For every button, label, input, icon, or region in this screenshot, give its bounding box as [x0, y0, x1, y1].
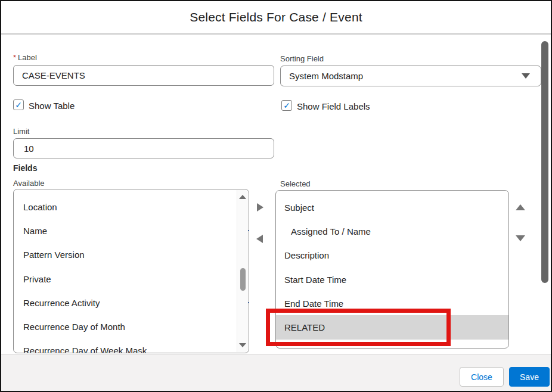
selected-item-assigned-to-name[interactable]: Assigned To / Name [276, 219, 508, 243]
available-list-label: Available [13, 179, 45, 188]
selected-item-description[interactable]: Description [276, 244, 508, 267]
scroll-up-icon[interactable] [239, 195, 246, 199]
show-field-labels-label: Show Field Labels [297, 101, 370, 111]
modal-footer: Close Save [1, 354, 551, 392]
required-asterisk: * [13, 53, 16, 62]
limit-input[interactable]: 10 [13, 138, 274, 158]
show-field-labels-checkbox[interactable]: ✓ [281, 100, 292, 111]
available-item-recurrence-day-of-week-mask[interactable]: Recurrence Day of Week Mask [14, 339, 237, 353]
show-table-label: Show Table [29, 101, 75, 111]
move-up-button[interactable] [516, 204, 525, 210]
label-input-value: CASE-EVENTS [22, 70, 85, 80]
available-item-name[interactable]: Name + [14, 219, 237, 242]
available-item-private[interactable]: Private [14, 267, 237, 291]
modal-header: Select Fields For Case / Event [1, 1, 551, 35]
label-field-label: *Label [13, 53, 37, 62]
show-table-checkbox[interactable]: ✓ [13, 99, 24, 110]
label-input[interactable]: CASE-EVENTS [13, 65, 274, 86]
modal-scrollbar-thumb[interactable] [541, 41, 548, 283]
sorting-field-value: System Modstamp [289, 71, 363, 81]
close-button[interactable]: Close [460, 367, 504, 387]
selected-item-related[interactable]: RELATED [276, 315, 508, 339]
scroll-down-icon[interactable] [239, 343, 246, 347]
selected-item-start-date-time[interactable]: Start Date Time [276, 267, 508, 291]
selected-list-label: Selected [280, 179, 311, 188]
modal-title: Select Fields For Case / Event [190, 10, 362, 24]
select-fields-modal: Select Fields For Case / Event *Label CA… [0, 0, 552, 392]
move-left-button[interactable] [256, 235, 263, 243]
selected-listbox: Subject Assigned To / Name Description S… [275, 190, 509, 349]
limit-field-label: Limit [13, 127, 29, 136]
move-right-button[interactable] [257, 203, 263, 211]
fields-heading: Fields [13, 163, 37, 173]
available-item-recurrence-day-of-month[interactable]: Recurrence Day of Month [14, 315, 237, 338]
chevron-down-icon [522, 73, 530, 79]
available-item-location[interactable]: Location [14, 195, 237, 219]
available-item-recurrence-activity[interactable]: Recurrence Activity + [14, 291, 237, 315]
available-item-pattern-version[interactable]: Pattern Version [14, 243, 237, 267]
move-down-button[interactable] [516, 235, 525, 241]
available-list-scrollbar[interactable] [237, 190, 248, 352]
selected-item-subject[interactable]: Subject [276, 195, 508, 219]
sorting-field-label: Sorting Field [280, 54, 324, 63]
arrow-right-icon [257, 203, 263, 211]
scrollbar-thumb[interactable] [240, 268, 246, 291]
selected-item-end-date-time[interactable]: End Date Time [276, 291, 508, 315]
available-listbox: Location Name + Pattern Version Private … [13, 189, 249, 353]
arrow-down-icon [516, 235, 525, 241]
arrow-left-icon [256, 235, 263, 243]
check-icon: ✓ [283, 101, 290, 110]
sorting-field-select[interactable]: System Modstamp [280, 66, 541, 86]
modal-scrollbar[interactable] [541, 36, 549, 391]
check-icon: ✓ [15, 101, 22, 109]
arrow-up-icon [516, 204, 525, 210]
limit-input-value: 10 [24, 144, 34, 154]
